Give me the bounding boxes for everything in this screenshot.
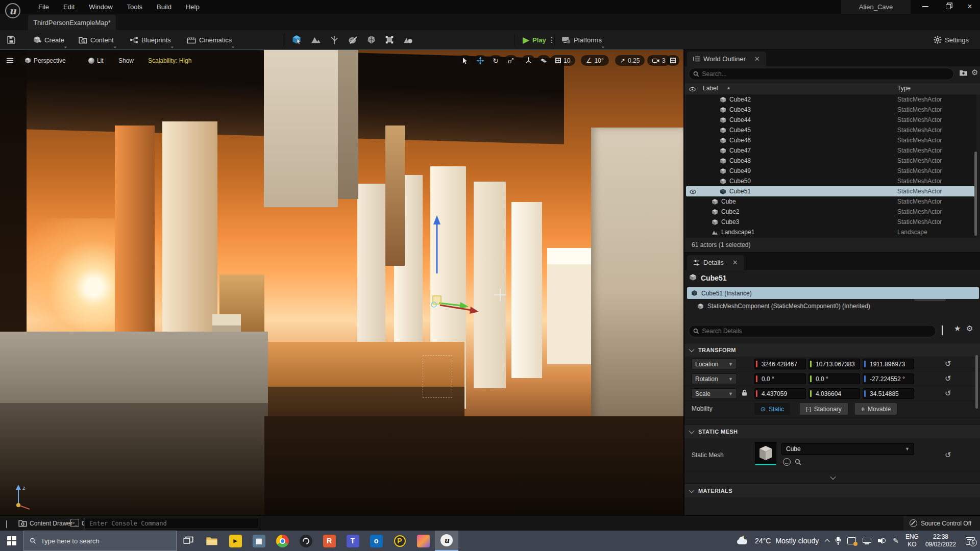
rotation-z-field[interactable]: -27.224552 ° bbox=[863, 373, 914, 384]
rotation-snap-control[interactable]: ∠ 10° bbox=[581, 55, 609, 66]
menu-help[interactable]: Help bbox=[180, 2, 205, 12]
brush-editing-mode-icon[interactable] bbox=[401, 34, 414, 45]
outlook-icon[interactable]: o bbox=[364, 531, 388, 551]
visibility-column-eye-icon[interactable] bbox=[689, 86, 696, 93]
scale-snap-control[interactable]: ↗ 0.25 bbox=[615, 55, 645, 66]
console-command-input[interactable] bbox=[89, 520, 258, 527]
favorites-star-icon[interactable]: ★ bbox=[954, 324, 961, 333]
details-scrollbar[interactable] bbox=[975, 355, 978, 409]
file-explorer-icon[interactable] bbox=[200, 531, 224, 551]
tray-expand-chevron-icon[interactable] bbox=[825, 536, 829, 545]
instance-row[interactable]: Cube51 (Instance) bbox=[687, 287, 979, 299]
scale-tool-button[interactable] bbox=[504, 55, 518, 66]
rotation-x-field[interactable]: 0.0 ° bbox=[754, 373, 806, 384]
outliner-row[interactable]: CubeStaticMeshActor bbox=[686, 196, 976, 207]
transform-gizmo[interactable] bbox=[419, 212, 490, 319]
grid-snap-control[interactable]: 10 bbox=[550, 55, 575, 66]
menu-window[interactable]: Window bbox=[83, 2, 118, 12]
unreal-engine-taskbar-icon[interactable]: u bbox=[435, 531, 458, 551]
outliner-row[interactable]: Cube46StaticMeshActor bbox=[686, 135, 976, 145]
pen-icon[interactable]: ✎ bbox=[893, 537, 899, 545]
advanced-expander[interactable] bbox=[684, 472, 980, 484]
section-materials[interactable]: MATERIALS bbox=[684, 484, 980, 497]
restore-button[interactable] bbox=[938, 0, 959, 13]
show-menu-button[interactable]: Show bbox=[113, 55, 139, 66]
microphone-icon[interactable] bbox=[836, 537, 841, 545]
expand-chevron-icon[interactable] bbox=[6, 520, 7, 528]
outliner-settings-gear-icon[interactable]: ⚙ bbox=[971, 68, 978, 77]
outliner-scrollbar[interactable] bbox=[974, 152, 977, 236]
taskbar-search[interactable] bbox=[23, 531, 177, 551]
outliner-row[interactable]: Cube3StaticMeshActor bbox=[686, 217, 976, 227]
r-app-icon[interactable]: R bbox=[317, 531, 341, 551]
column-label[interactable]: Label bbox=[703, 85, 718, 92]
mobility-static-button[interactable]: ⊙ Static bbox=[754, 403, 790, 415]
select-mode-icon[interactable] bbox=[290, 34, 303, 45]
cinematics-button[interactable]: Cinematics bbox=[184, 30, 235, 49]
close-tab-icon[interactable]: ✕ bbox=[754, 55, 760, 63]
paint-dot-net-icon[interactable]: P bbox=[388, 531, 411, 551]
rotation-y-field[interactable]: 0.0 ° bbox=[808, 373, 860, 384]
static-mesh-thumbnail[interactable] bbox=[755, 442, 776, 465]
media-player-app-icon[interactable]: ▶ bbox=[224, 531, 247, 551]
minimize-button[interactable] bbox=[915, 0, 936, 13]
chrome-icon[interactable] bbox=[271, 531, 294, 551]
static-mesh-dropdown[interactable]: Cube ▼ bbox=[781, 443, 914, 455]
save-button[interactable] bbox=[4, 30, 18, 49]
tab-world-outliner[interactable]: World Outliner ✕ bbox=[687, 52, 766, 66]
play-options-button[interactable]: ⋮ bbox=[545, 30, 558, 49]
obs-studio-icon[interactable] bbox=[294, 531, 317, 551]
taskbar-search-input[interactable] bbox=[41, 537, 170, 545]
surface-snapping-button[interactable] bbox=[537, 55, 550, 66]
tab-details[interactable]: Details ✕ bbox=[687, 255, 744, 270]
landscape-mode-icon[interactable] bbox=[309, 34, 323, 45]
details-search[interactable] bbox=[689, 325, 936, 337]
mesh-paint-mode-icon[interactable] bbox=[346, 34, 359, 45]
outliner-row[interactable]: Cube42StaticMeshActor bbox=[686, 94, 976, 105]
scale-z-field[interactable]: 34.514885 bbox=[863, 388, 914, 399]
scale-y-field[interactable]: 4.036604 bbox=[808, 388, 860, 399]
outliner-row[interactable]: Cube48StaticMeshActor bbox=[686, 156, 976, 166]
content-button[interactable]: Content bbox=[76, 30, 117, 49]
blueprints-button[interactable]: Blueprints bbox=[127, 30, 174, 49]
location-dropdown[interactable]: Location▼ bbox=[691, 359, 737, 369]
display-filter-icon[interactable] bbox=[942, 326, 943, 335]
close-tab-icon[interactable]: ✕ bbox=[732, 259, 738, 266]
menu-tools[interactable]: Tools bbox=[121, 2, 148, 12]
outliner-row[interactable]: Cube43StaticMeshActor bbox=[686, 105, 976, 115]
rotation-dropdown[interactable]: Rotation▼ bbox=[691, 373, 737, 384]
outliner-row[interactable]: Cube51StaticMeshActor bbox=[686, 186, 976, 196]
content-drawer-button[interactable]: Content Drawer bbox=[30, 520, 72, 527]
viewport-layout-button[interactable] bbox=[666, 55, 679, 66]
select-tool-button[interactable] bbox=[458, 55, 472, 66]
outliner-row[interactable]: Cube49StaticMeshActor bbox=[686, 166, 976, 176]
component-row[interactable]: StaticMeshComponent (StaticMeshComponent… bbox=[697, 301, 870, 311]
foliage-mode-icon[interactable] bbox=[328, 34, 341, 45]
network-display-icon[interactable] bbox=[863, 538, 871, 544]
calculator-app-icon[interactable]: ▦ bbox=[247, 531, 271, 551]
world-local-toggle[interactable] bbox=[522, 55, 535, 66]
details-search-input[interactable] bbox=[702, 328, 932, 335]
windows-start-button[interactable] bbox=[0, 531, 23, 551]
scale-dropdown[interactable]: Scale▼ bbox=[691, 388, 737, 399]
column-type[interactable]: Type bbox=[897, 85, 911, 92]
clock[interactable]: 22:38 09/02/2022 bbox=[925, 533, 956, 548]
mobility-stationary-button[interactable]: [·] Stationary bbox=[800, 403, 848, 415]
reset-rotation-icon[interactable]: ↺ bbox=[945, 374, 951, 383]
outliner-row[interactable]: Cube45StaticMeshActor bbox=[686, 125, 976, 135]
outliner-search-input[interactable] bbox=[702, 70, 949, 78]
rotate-tool-button[interactable]: ↻ bbox=[489, 55, 502, 66]
outliner-row[interactable]: Cube44StaticMeshActor bbox=[686, 115, 976, 125]
unreal-logo-icon[interactable]: u bbox=[5, 3, 20, 18]
mobility-movable-button[interactable]: + Movable bbox=[855, 403, 897, 415]
reset-scale-icon[interactable]: ↺ bbox=[945, 389, 951, 398]
photos-app-icon[interactable] bbox=[411, 531, 435, 551]
close-button[interactable]: × bbox=[960, 0, 980, 13]
task-view-button[interactable] bbox=[177, 531, 200, 551]
new-folder-icon[interactable] bbox=[959, 69, 968, 79]
weather-widget[interactable]: 24°C Mostly cloudy bbox=[737, 536, 819, 546]
platforms-button[interactable]: Platforms bbox=[558, 30, 605, 49]
viewport-3d[interactable]: z Perspective Lit Show Scalability: High bbox=[0, 49, 683, 515]
reset-static-mesh-icon[interactable]: ↺ bbox=[945, 450, 951, 460]
menu-build[interactable]: Build bbox=[151, 2, 177, 12]
